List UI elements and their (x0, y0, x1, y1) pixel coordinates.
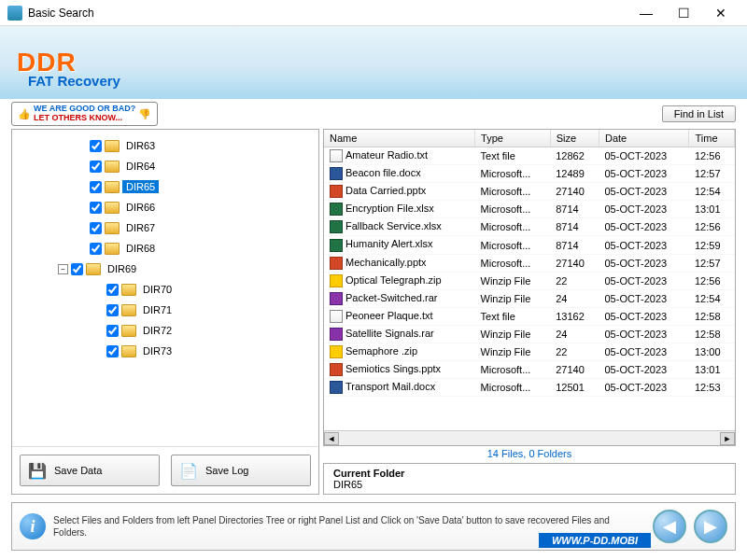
tree-item[interactable]: DIR68 (16, 238, 315, 259)
column-header[interactable]: Time (689, 130, 735, 147)
tree-checkbox[interactable] (90, 181, 102, 193)
file-name: Packet-Switched.rar (345, 292, 437, 303)
folder-icon (86, 263, 101, 275)
file-date: 05-OCT-2023 (599, 183, 688, 201)
file-date: 05-OCT-2023 (599, 147, 688, 165)
file-icon (330, 257, 343, 270)
tree-checkbox[interactable] (90, 161, 102, 173)
close-button[interactable]: ✕ (702, 0, 740, 26)
tree-buttons: 💾 Save Data 📄 Save Log (12, 446, 318, 494)
file-size: 13162 (550, 307, 599, 325)
minimize-button[interactable]: — (627, 0, 665, 26)
file-row[interactable]: Humanity Alert.xlsxMicrosoft...871405-OC… (324, 236, 735, 254)
file-type: Microsoft... (475, 165, 551, 183)
file-type: Microsoft... (475, 183, 551, 201)
file-row[interactable]: Mechanically.pptxMicrosoft...2714005-OCT… (324, 254, 735, 272)
scroll-right-button[interactable]: ► (720, 432, 735, 445)
scroll-left-button[interactable]: ◄ (324, 432, 339, 445)
file-row[interactable]: Satellite Signals.rarWinzip File2405-OCT… (324, 325, 735, 343)
file-row[interactable]: Data Carried.pptxMicrosoft...2714005-OCT… (324, 183, 735, 201)
file-name: Optical Telegraph.zip (345, 274, 442, 286)
tree-checkbox[interactable] (90, 243, 102, 255)
tree-item[interactable]: −DIR69 (16, 259, 315, 279)
tree-checkbox[interactable] (106, 325, 119, 337)
file-row[interactable]: Transport Mail.docxMicrosoft...1250105-O… (324, 379, 735, 397)
file-row[interactable]: Optical Telegraph.zipWinzip File2205-OCT… (324, 272, 735, 289)
tree-label: DIR72 (139, 324, 176, 337)
find-in-list-button[interactable]: Find in List (662, 105, 736, 122)
file-name: Data Carried.pptx (345, 185, 426, 196)
maximize-button[interactable]: ☐ (665, 0, 702, 26)
tree-item[interactable]: DIR67 (16, 217, 315, 238)
file-type: Microsoft... (475, 361, 551, 379)
save-data-icon: 💾 (28, 461, 47, 480)
current-folder-box: Current Folder DIR65 (323, 463, 736, 495)
file-row[interactable]: Beacon file.docxMicrosoft...1248905-OCT-… (324, 165, 735, 183)
file-icon (330, 203, 343, 216)
file-row[interactable]: Amateur Radio.txtText file1286205-OCT-20… (324, 147, 735, 165)
prev-button[interactable]: ◀ (653, 510, 686, 543)
file-row[interactable]: Fallback Service.xlsxMicrosoft...871405-… (324, 218, 735, 236)
file-list[interactable]: NameTypeSizeDateTime Amateur Radio.txtTe… (324, 130, 735, 430)
file-name: Peoneer Plaque.txt (345, 310, 433, 321)
save-data-button[interactable]: 💾 Save Data (20, 455, 160, 486)
tree-item[interactable]: DIR73 (16, 341, 315, 361)
file-time: 12:58 (689, 307, 735, 325)
tree-item[interactable]: DIR72 (16, 320, 315, 341)
file-icon (330, 381, 343, 394)
save-log-button[interactable]: 📄 Save Log (171, 455, 311, 486)
column-header[interactable]: Type (475, 130, 551, 147)
tree-checkbox[interactable] (106, 304, 119, 316)
file-date: 05-OCT-2023 (599, 254, 688, 272)
feedback-badge[interactable]: 👍 WE ARE GOOD OR BAD? LET OTHERS KNOW...… (11, 102, 158, 126)
file-row[interactable]: Semiotics Sings.pptxMicrosoft...2714005-… (324, 361, 735, 379)
tree-label: DIR67 (122, 221, 159, 234)
file-size: 8714 (550, 236, 599, 254)
file-icon (330, 345, 343, 358)
file-icon (330, 220, 343, 233)
file-row[interactable]: Packet-Switched.rarWinzip File2405-OCT-2… (324, 289, 735, 307)
file-time: 12:56 (689, 218, 735, 236)
file-time: 13:01 (689, 361, 735, 379)
file-icon (330, 310, 343, 323)
file-type: Microsoft... (475, 379, 551, 397)
file-size: 24 (550, 325, 599, 343)
feedback-line2: LET OTHERS KNOW... (34, 114, 135, 123)
tree-item[interactable]: DIR65 (16, 176, 315, 197)
next-button[interactable]: ▶ (694, 510, 727, 543)
tree-checkbox[interactable] (71, 263, 83, 275)
current-folder-label: Current Folder (333, 468, 726, 479)
file-row[interactable]: Semaphore .zipWinzip File2205-OCT-202313… (324, 343, 735, 361)
column-header[interactable]: Date (599, 130, 688, 147)
file-date: 05-OCT-2023 (599, 325, 688, 343)
expand-toggle[interactable]: − (58, 264, 68, 274)
banner: DDR FAT Recovery (0, 26, 747, 99)
footer: i Select Files and Folders from left Pan… (11, 502, 736, 551)
folder-icon (105, 202, 120, 214)
file-size: 22 (550, 343, 599, 361)
tree-item[interactable]: DIR64 (16, 156, 315, 176)
file-date: 05-OCT-2023 (599, 379, 688, 397)
tree-item[interactable]: DIR71 (16, 300, 315, 320)
directory-tree[interactable]: DIR63DIR64DIR65DIR66DIR67DIR68−DIR69DIR7… (12, 130, 318, 446)
tree-label: DIR69 (104, 262, 140, 275)
save-data-label: Save Data (54, 465, 102, 476)
tree-checkbox[interactable] (90, 202, 102, 214)
file-date: 05-OCT-2023 (599, 343, 688, 361)
tree-item[interactable]: DIR70 (16, 279, 315, 300)
file-size: 27140 (550, 183, 599, 201)
column-header[interactable]: Name (324, 130, 475, 147)
tree-checkbox[interactable] (106, 345, 119, 357)
file-row[interactable]: Encryption File.xlsxMicrosoft...871405-O… (324, 201, 735, 218)
file-row[interactable]: Peoneer Plaque.txtText file1316205-OCT-2… (324, 307, 735, 325)
file-time: 13:00 (689, 343, 735, 361)
column-header[interactable]: Size (550, 130, 599, 147)
tree-item[interactable]: DIR63 (16, 135, 315, 156)
tree-label: DIR68 (122, 242, 159, 255)
tree-checkbox[interactable] (90, 140, 102, 152)
horizontal-scrollbar[interactable]: ◄ ► (324, 430, 735, 445)
file-time: 12:57 (689, 254, 735, 272)
tree-checkbox[interactable] (106, 284, 119, 296)
tree-item[interactable]: DIR66 (16, 197, 315, 217)
tree-checkbox[interactable] (90, 222, 102, 234)
